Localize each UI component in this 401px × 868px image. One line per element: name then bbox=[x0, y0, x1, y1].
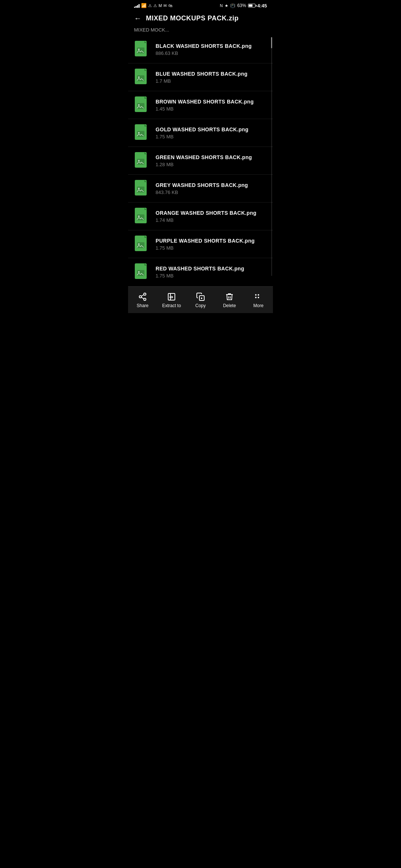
file-png-icon bbox=[134, 207, 150, 226]
delete-button[interactable]: Delete bbox=[215, 289, 244, 311]
file-name: GREY WASHED SHORTS BACK.png bbox=[156, 182, 267, 188]
file-info: BROWN WASHED SHORTS BACK.png 1.45 MB bbox=[156, 99, 267, 112]
file-png-icon bbox=[134, 96, 150, 114]
list-item[interactable]: BLACK WASHED SHORTS BACK.png 886.63 KB bbox=[128, 36, 273, 63]
file-info: GREEN WASHED SHORTS BACK.png 1.28 MB bbox=[156, 154, 267, 167]
file-size: 1.28 MB bbox=[156, 162, 267, 167]
svg-point-26 bbox=[138, 271, 140, 273]
file-size: 1.75 MB bbox=[156, 245, 267, 251]
file-size: 1.7 MB bbox=[156, 78, 267, 84]
scroll-track bbox=[271, 37, 272, 276]
file-info: GOLD WASHED SHORTS BACK.png 1.75 MB bbox=[156, 126, 267, 139]
file-png-icon bbox=[134, 263, 150, 279]
list-item[interactable]: BROWN WASHED SHORTS BACK.png 1.45 MB bbox=[128, 91, 273, 119]
warning-icon-2: ⚠ bbox=[153, 3, 157, 8]
file-info: BLACK WASHED SHORTS BACK.png 886.63 KB bbox=[156, 43, 267, 56]
list-item[interactable]: BLUE WASHED SHORTS BACK.png 1.7 MB bbox=[128, 63, 273, 91]
bottom-nav: Share Extract to Copy bbox=[128, 286, 273, 313]
extract-to-label: Extract to bbox=[162, 303, 181, 308]
share-icon bbox=[138, 292, 147, 302]
gmail-icon: M bbox=[159, 3, 162, 8]
copy-button[interactable]: Copy bbox=[186, 289, 215, 311]
shop-icon: 🛍 bbox=[168, 3, 172, 8]
copy-label: Copy bbox=[195, 303, 206, 308]
status-bar: 📶 ⚠ ⚠ M ✉ 🛍 N ★ 📳 63% 4:45 bbox=[128, 0, 273, 10]
svg-point-17 bbox=[138, 188, 140, 189]
svg-point-8 bbox=[138, 104, 140, 106]
vibrate-icon: 📳 bbox=[230, 3, 235, 8]
extract-to-button[interactable]: Extract to bbox=[157, 289, 186, 311]
file-size: 1.75 MB bbox=[156, 134, 267, 139]
svg-point-14 bbox=[138, 160, 140, 161]
delete-icon bbox=[225, 292, 234, 302]
bluetooth-icon: ★ bbox=[225, 3, 228, 8]
breadcrumb: MIXED MOCK... bbox=[128, 26, 273, 36]
share-button[interactable]: Share bbox=[128, 289, 157, 311]
svg-point-43 bbox=[255, 297, 257, 298]
clock: 4:45 bbox=[257, 3, 267, 9]
more-label: More bbox=[253, 303, 263, 308]
list-item[interactable]: PURPLE WASHED SHORTS BACK.png 1.75 MB bbox=[128, 230, 273, 258]
signal-icon bbox=[134, 3, 140, 8]
file-name: BROWN WASHED SHORTS BACK.png bbox=[156, 99, 267, 105]
copy-icon bbox=[196, 292, 205, 302]
list-item[interactable]: GOLD WASHED SHORTS BACK.png 1.75 MB bbox=[128, 119, 273, 147]
svg-line-34 bbox=[141, 295, 144, 296]
file-size: 886.63 KB bbox=[156, 50, 267, 56]
file-png-icon bbox=[134, 235, 150, 253]
header: ← MIXED MOCKUPS PACK.zip bbox=[128, 10, 273, 26]
file-png-icon bbox=[134, 151, 150, 170]
svg-point-31 bbox=[139, 296, 141, 298]
back-button[interactable]: ← bbox=[134, 14, 141, 23]
file-name: BLUE WASHED SHORTS BACK.png bbox=[156, 71, 267, 77]
file-info: RED WASHED SHORTS BACK.png 1.75 MB bbox=[156, 266, 267, 279]
extract-icon bbox=[167, 292, 176, 302]
file-name: RED WASHED SHORTS BACK.png bbox=[156, 266, 267, 272]
svg-point-5 bbox=[138, 76, 140, 78]
file-png-icon bbox=[134, 68, 150, 86]
file-name: GOLD WASHED SHORTS BACK.png bbox=[156, 126, 267, 132]
file-info: ORANGE WASHED SHORTS BACK.png 1.74 MB bbox=[156, 210, 267, 223]
wifi-icon: 📶 bbox=[141, 3, 147, 8]
battery-percent: 63% bbox=[237, 3, 246, 8]
svg-point-20 bbox=[138, 216, 140, 217]
scroll-thumb bbox=[271, 37, 272, 48]
svg-point-2 bbox=[138, 49, 140, 50]
more-button[interactable]: More bbox=[244, 289, 273, 311]
file-info: PURPLE WASHED SHORTS BACK.png 1.75 MB bbox=[156, 238, 267, 251]
file-size: 1.75 MB bbox=[156, 273, 267, 279]
delete-label: Delete bbox=[223, 303, 236, 308]
svg-point-42 bbox=[258, 294, 259, 296]
file-png-icon bbox=[134, 124, 150, 142]
list-item[interactable]: GREY WASHED SHORTS BACK.png 843.76 KB bbox=[128, 175, 273, 203]
more-icon bbox=[254, 292, 263, 302]
nfc-icon: N bbox=[220, 3, 223, 8]
file-size: 1.74 MB bbox=[156, 217, 267, 223]
list-item[interactable]: ORANGE WASHED SHORTS BACK.png 1.74 MB bbox=[128, 203, 273, 230]
file-name: PURPLE WASHED SHORTS BACK.png bbox=[156, 238, 267, 244]
svg-point-32 bbox=[144, 298, 146, 300]
status-right: N ★ 📳 63% 4:45 bbox=[220, 3, 267, 9]
page-title: MIXED MOCKUPS PACK.zip bbox=[146, 14, 239, 22]
file-info: BLUE WASHED SHORTS BACK.png 1.7 MB bbox=[156, 71, 267, 84]
battery-icon bbox=[248, 4, 255, 7]
file-name: ORANGE WASHED SHORTS BACK.png bbox=[156, 210, 267, 216]
svg-point-23 bbox=[138, 243, 140, 245]
svg-point-11 bbox=[138, 132, 140, 134]
file-name: GREEN WASHED SHORTS BACK.png bbox=[156, 154, 267, 160]
svg-point-41 bbox=[255, 294, 257, 296]
list-item[interactable]: GREEN WASHED SHORTS BACK.png 1.28 MB bbox=[128, 147, 273, 175]
status-left: 📶 ⚠ ⚠ M ✉ 🛍 bbox=[134, 3, 172, 8]
svg-point-44 bbox=[258, 297, 259, 298]
file-png-icon bbox=[134, 40, 150, 59]
svg-point-30 bbox=[144, 293, 146, 295]
file-png-icon bbox=[134, 179, 150, 198]
file-list: BLACK WASHED SHORTS BACK.png 886.63 KB B… bbox=[128, 36, 273, 279]
share-label: Share bbox=[137, 303, 149, 308]
warning-icon: ⚠ bbox=[148, 3, 152, 8]
file-name: BLACK WASHED SHORTS BACK.png bbox=[156, 43, 267, 49]
list-item[interactable]: RED WASHED SHORTS BACK.png 1.75 MB bbox=[128, 258, 273, 279]
file-size: 1.45 MB bbox=[156, 106, 267, 112]
file-size: 843.76 KB bbox=[156, 190, 267, 195]
file-info: GREY WASHED SHORTS BACK.png 843.76 KB bbox=[156, 182, 267, 195]
